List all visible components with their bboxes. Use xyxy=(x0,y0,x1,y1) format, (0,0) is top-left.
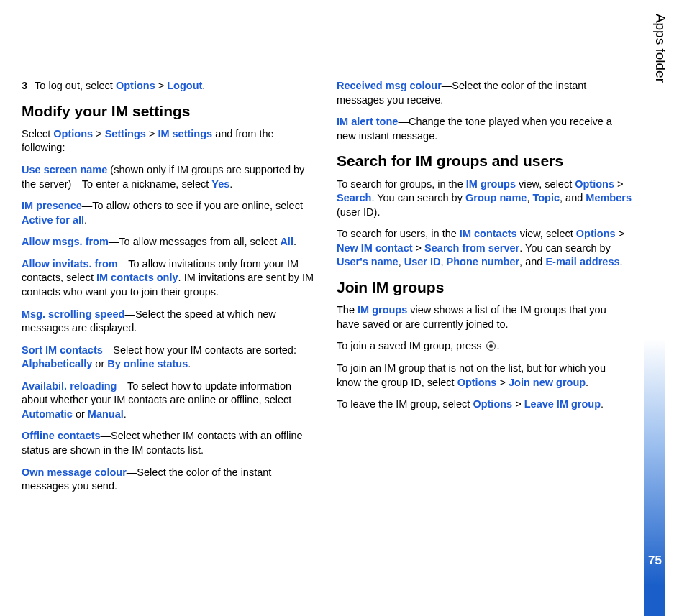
p-allow-msgs-from: Allow msgs. from—To allow messages from … xyxy=(22,235,316,249)
p-join-saved: To join a saved IM group, press . xyxy=(337,339,632,354)
options-label: Options xyxy=(576,228,616,239)
active-for-all-label: Active for all xyxy=(22,214,84,226)
setting-label: Own message colour xyxy=(22,466,127,478)
setting-label: Allow invitats. from xyxy=(22,258,118,270)
phone-number-label: Phone number xyxy=(447,256,520,267)
im-contacts-label: IM contacts xyxy=(460,228,517,239)
group-name-label: Group name xyxy=(465,192,527,203)
p-received-msg-colour: Received msg colour—Select the color of … xyxy=(337,79,632,107)
users-name-label: User's name xyxy=(337,256,399,267)
search-from-server-label: Search from server xyxy=(424,242,519,254)
p-search-users: To search for users, in the IM contacts … xyxy=(337,227,632,270)
automatic-label: Automatic xyxy=(22,408,73,420)
email-address-label: E-mail address xyxy=(545,256,619,267)
p-offline-contacts: Offline contacts—Select whether IM conta… xyxy=(22,429,316,457)
setting-label: Offline contacts xyxy=(22,430,101,441)
user-id-label: User ID xyxy=(404,256,441,267)
p-select-settings: Select Options > Settings > IM settings … xyxy=(22,127,316,155)
p-search-groups: To search for groups, in the IM groups v… xyxy=(337,178,632,220)
step-number: 3 xyxy=(22,79,27,93)
join-new-group-label: Join new group xyxy=(509,377,586,388)
p-join-intro: The IM groups view shows a list of the I… xyxy=(337,303,632,331)
im-groups-label: IM groups xyxy=(466,178,516,190)
by-online-status-label: By online status xyxy=(107,358,188,369)
joystick-icon xyxy=(486,341,496,351)
column-right: Received msg colour—Select the color of … xyxy=(337,79,632,502)
setting-label: IM alert tone xyxy=(337,116,398,127)
heading-search-im: Search for IM groups and users xyxy=(337,151,632,171)
page-sidebar: Apps folder 75 xyxy=(635,0,674,616)
setting-label: Sort IM contacts xyxy=(22,344,103,356)
p-im-alert-tone: IM alert tone—Change the tone played whe… xyxy=(337,115,632,143)
search-label: Search xyxy=(337,192,371,203)
yes-label: Yes xyxy=(211,178,229,190)
p-join-new: To join an IM group that is not on the l… xyxy=(337,362,632,390)
section-title: Apps folder xyxy=(651,14,670,83)
setting-label: Allow msgs. from xyxy=(22,236,109,247)
document-page: 3 To log out, select Options > Logout. M… xyxy=(0,0,674,530)
setting-label: Use screen name xyxy=(22,164,107,175)
step-3: 3 To log out, select Options > Logout. xyxy=(22,79,316,93)
heading-join-im-groups: Join IM groups xyxy=(337,277,632,298)
leave-im-group-label: Leave IM group xyxy=(524,398,601,410)
heading-modify-im-settings: Modify your IM settings xyxy=(22,101,316,121)
p-im-presence: IM presence—To allow others to see if yo… xyxy=(22,199,316,227)
p-allow-invitats-from: Allow invitats. from—To allow invitation… xyxy=(22,257,316,300)
topic-label: Topic xyxy=(532,192,560,203)
p-availabil-reloading: Availabil. reloading—To select how to up… xyxy=(22,380,316,422)
column-left: 3 To log out, select Options > Logout. M… xyxy=(22,79,316,502)
setting-label: Availabil. reloading xyxy=(22,380,117,392)
manual-label: Manual xyxy=(88,408,124,420)
alphabetically-label: Alphabetically xyxy=(22,358,92,369)
im-groups-label: IM groups xyxy=(358,304,407,316)
setting-label: Received msg colour xyxy=(337,80,442,91)
im-contacts-only-label: IM contacts only xyxy=(96,272,178,283)
options-label: Options xyxy=(473,398,512,410)
sidebar-gradient xyxy=(644,0,665,616)
p-msg-scrolling-speed: Msg. scrolling speed—Select the speed at… xyxy=(22,308,316,336)
new-im-contact-label: New IM contact xyxy=(337,242,413,254)
p-sort-im-contacts: Sort IM contacts—Select how your IM cont… xyxy=(22,344,316,372)
settings-label: Settings xyxy=(105,128,146,139)
step-text: To log out, select Options > Logout. xyxy=(35,79,205,93)
page-number: 75 xyxy=(648,553,662,569)
options-label: Options xyxy=(53,128,93,139)
logout-label: Logout xyxy=(167,80,202,91)
im-settings-label: IM settings xyxy=(158,128,212,139)
options-label: Options xyxy=(575,178,614,190)
setting-label: IM presence xyxy=(22,200,82,211)
all-label: All xyxy=(280,236,293,247)
members-label: Members xyxy=(586,192,632,203)
p-use-screen-name: Use screen name (shown only if IM groups… xyxy=(22,163,316,191)
p-leave-group: To leave the IM group, select Options > … xyxy=(337,397,632,412)
options-label: Options xyxy=(457,377,497,388)
p-own-message-colour: Own message colour—Select the color of t… xyxy=(22,466,316,494)
options-label: Options xyxy=(116,80,155,91)
setting-label: Msg. scrolling speed xyxy=(22,308,124,320)
